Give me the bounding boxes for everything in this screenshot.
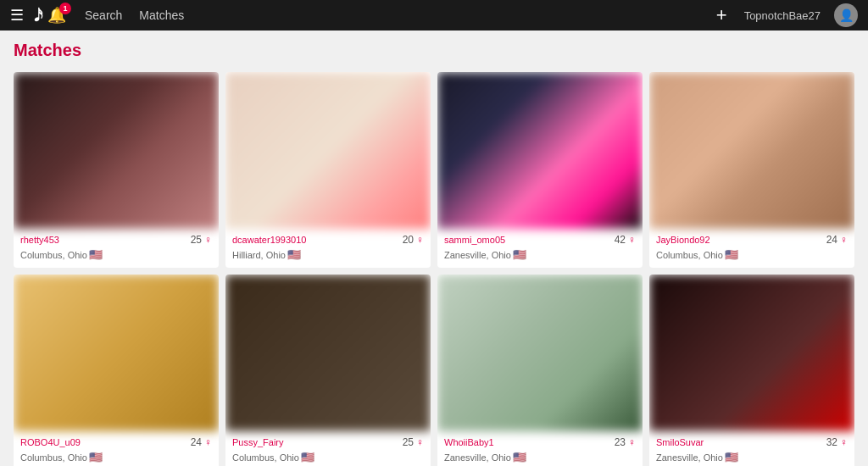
match-location: Columbus, Ohio 🇺🇸 xyxy=(656,248,848,261)
flag-icon: 🇺🇸 xyxy=(513,451,526,463)
female-icon: ♀ xyxy=(840,234,848,246)
match-age-row: 24 ♀ xyxy=(826,234,848,246)
match-info-4: ROBO4U_u09 24 ♀ Columbus, Ohio 🇺🇸 xyxy=(14,431,219,466)
match-name: dcawater1993010 xyxy=(232,235,306,245)
match-location: Zanesville, Ohio 🇺🇸 xyxy=(444,248,636,261)
notification-badge: 1 xyxy=(59,3,71,14)
match-age-row: 32 ♀ xyxy=(826,436,848,448)
search-nav-link[interactable]: Search xyxy=(80,8,127,22)
match-age-row: 25 ♀ xyxy=(403,436,424,448)
match-info-5: Pussy_Fairy 25 ♀ Columbus, Ohio 🇺🇸 xyxy=(225,431,431,466)
match-age: 23 xyxy=(615,436,626,448)
flag-icon: 🇺🇸 xyxy=(725,248,738,261)
match-card[interactable]: WhoiiBaby1 23 ♀ Zanesville, Ohio 🇺🇸 xyxy=(437,275,643,466)
match-name-row: sammi_omo05 42 ♀ xyxy=(444,234,636,246)
match-name: Pussy_Fairy xyxy=(232,437,284,447)
username-label[interactable]: TopnotchBae27 xyxy=(744,9,821,22)
match-location: Columbus, Ohio 🇺🇸 xyxy=(20,451,212,463)
match-name: WhoiiBaby1 xyxy=(444,437,494,447)
match-age: 42 xyxy=(615,234,626,246)
match-location: Hilliard, Ohio 🇺🇸 xyxy=(232,248,424,261)
match-name-row: Pussy_Fairy 25 ♀ xyxy=(232,436,424,448)
flag-icon: 🇺🇸 xyxy=(89,248,103,261)
match-age: 32 xyxy=(826,436,837,448)
match-photo-3 xyxy=(649,72,854,229)
location-text: Zanesville, Ohio xyxy=(444,452,511,463)
match-info-6: WhoiiBaby1 23 ♀ Zanesville, Ohio 🇺🇸 xyxy=(437,431,643,466)
flag-icon: 🇺🇸 xyxy=(725,451,738,463)
match-info-0: rhetty453 25 ♀ Columbus, Ohio 🇺🇸 xyxy=(14,229,219,268)
match-card[interactable]: sammi_omo05 42 ♀ Zanesville, Ohio 🇺🇸 xyxy=(437,72,643,268)
avatar[interactable]: 👤 xyxy=(834,3,858,27)
match-name-row: SmiloSuvar 32 ♀ xyxy=(656,436,848,448)
location-text: Columbus, Ohio xyxy=(20,250,87,260)
match-photo-2 xyxy=(437,72,643,229)
match-age-row: 20 ♀ xyxy=(403,234,424,246)
match-card[interactable]: ROBO4U_u09 24 ♀ Columbus, Ohio 🇺🇸 xyxy=(14,275,219,466)
matches-grid: rhetty453 25 ♀ Columbus, Ohio 🇺🇸 dcawate… xyxy=(14,72,854,466)
match-card[interactable]: dcawater1993010 20 ♀ Hilliard, Ohio 🇺🇸 xyxy=(225,72,431,268)
match-info-3: JayBiondo92 24 ♀ Columbus, Ohio 🇺🇸 xyxy=(649,229,854,268)
match-age: 20 xyxy=(403,234,414,246)
add-icon[interactable]: + xyxy=(716,6,727,25)
match-photo-6 xyxy=(437,275,643,431)
match-card[interactable]: Pussy_Fairy 25 ♀ Columbus, Ohio 🇺🇸 xyxy=(225,275,431,466)
location-text: Columbus, Ohio xyxy=(20,452,87,463)
match-card[interactable]: rhetty453 25 ♀ Columbus, Ohio 🇺🇸 xyxy=(14,72,219,268)
flag-icon: 🇺🇸 xyxy=(89,451,103,463)
location-text: Columbus, Ohio xyxy=(232,452,299,463)
match-photo-7 xyxy=(649,275,854,431)
menu-icon[interactable]: ☰ xyxy=(10,6,24,25)
match-photo-5 xyxy=(225,275,431,431)
flag-icon: 🇺🇸 xyxy=(287,248,301,261)
match-location: Columbus, Ohio 🇺🇸 xyxy=(232,451,424,463)
matches-nav-link[interactable]: Matches xyxy=(134,8,189,22)
match-location: Zanesville, Ohio 🇺🇸 xyxy=(444,451,636,463)
match-age: 24 xyxy=(826,234,837,246)
female-icon: ♀ xyxy=(204,234,212,246)
notifications-icon[interactable]: 🔔 1 xyxy=(47,6,66,25)
female-icon: ♀ xyxy=(416,436,424,448)
female-icon: ♀ xyxy=(628,436,636,448)
match-info-2: sammi_omo05 42 ♀ Zanesville, Ohio 🇺🇸 xyxy=(437,229,643,268)
match-photo-4 xyxy=(14,275,219,431)
match-age: 25 xyxy=(191,234,202,246)
location-text: Columbus, Ohio xyxy=(656,250,723,260)
match-name-row: rhetty453 25 ♀ xyxy=(20,234,212,246)
match-name-row: WhoiiBaby1 23 ♀ xyxy=(444,436,636,448)
avatar-icon: 👤 xyxy=(839,8,854,22)
match-name: JayBiondo92 xyxy=(656,235,710,245)
navbar: ☰ 𝅘𝅥𝅯 🔔 1 Search Matches + TopnotchBae27 👤 xyxy=(0,0,868,31)
match-age-row: 25 ♀ xyxy=(191,234,212,246)
match-age-row: 23 ♀ xyxy=(615,436,636,448)
female-icon: ♀ xyxy=(840,436,848,448)
match-name: ROBO4U_u09 xyxy=(20,437,81,447)
match-location: Zanesville, Ohio 🇺🇸 xyxy=(656,451,848,463)
match-card[interactable]: JayBiondo92 24 ♀ Columbus, Ohio 🇺🇸 xyxy=(649,72,854,268)
match-card[interactable]: SmiloSuvar 32 ♀ Zanesville, Ohio 🇺🇸 xyxy=(649,275,854,466)
match-name-row: ROBO4U_u09 24 ♀ xyxy=(20,436,212,448)
flag-icon: 🇺🇸 xyxy=(301,451,314,463)
location-text: Zanesville, Ohio xyxy=(444,250,511,260)
main-content: Matches rhetty453 25 ♀ Columbus, Ohio 🇺🇸 xyxy=(0,31,868,466)
match-age: 24 xyxy=(191,436,202,448)
match-name-row: JayBiondo92 24 ♀ xyxy=(656,234,848,246)
match-photo-1 xyxy=(225,72,431,229)
location-text: Zanesville, Ohio xyxy=(656,452,723,463)
location-text: Hilliard, Ohio xyxy=(232,250,286,260)
match-info-7: SmiloSuvar 32 ♀ Zanesville, Ohio 🇺🇸 xyxy=(649,431,854,466)
female-icon: ♀ xyxy=(416,234,424,246)
match-name-row: dcawater1993010 20 ♀ xyxy=(232,234,424,246)
match-age: 25 xyxy=(403,436,414,448)
match-name: rhetty453 xyxy=(20,235,59,245)
female-icon: ♀ xyxy=(204,436,212,448)
match-photo-0 xyxy=(14,72,219,229)
match-age-row: 42 ♀ xyxy=(615,234,636,246)
match-age-row: 24 ♀ xyxy=(191,436,212,448)
match-name: sammi_omo05 xyxy=(444,235,505,245)
match-info-1: dcawater1993010 20 ♀ Hilliard, Ohio 🇺🇸 xyxy=(225,229,431,268)
match-location: Columbus, Ohio 🇺🇸 xyxy=(20,248,212,261)
flag-icon: 🇺🇸 xyxy=(513,248,526,261)
match-name: SmiloSuvar xyxy=(656,437,704,447)
page-title: Matches xyxy=(14,41,854,60)
